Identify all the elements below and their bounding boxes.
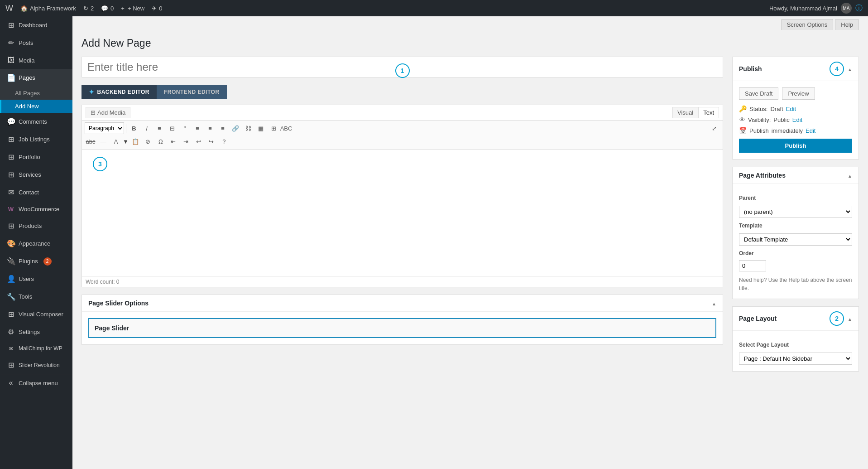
align-center-button[interactable]: ≡ — [204, 122, 216, 134]
user-greeting[interactable]: Howdy, Muhammad Ajmal — [769, 5, 837, 12]
page-layout-header[interactable]: Page Layout 2 — [733, 307, 858, 331]
sidebar-label-collapse: Collapse menu — [19, 380, 58, 387]
comments-sidebar-icon: 💬 — [7, 117, 15, 126]
page-slider-meta-box: Page Slider Options Page Slider — [82, 295, 723, 345]
plugins-badge: 2 — [43, 257, 52, 266]
align-right-button[interactable]: ≡ — [217, 122, 229, 134]
wp-logo[interactable]: W — [5, 4, 13, 13]
status-edit-link[interactable]: Edit — [786, 106, 796, 112]
sidebar-item-job-listings[interactable]: ⊞ Job Listings — [0, 131, 72, 148]
indent-button[interactable]: ⇥ — [180, 135, 192, 147]
order-input[interactable] — [739, 260, 766, 271]
text-color-button[interactable]: A — [110, 135, 122, 147]
sidebar-item-appearance[interactable]: 🎨 Appearance — [0, 235, 72, 252]
badge-3: 3 — [93, 157, 107, 171]
align-left-button[interactable]: ≡ — [192, 122, 203, 134]
ordered-list-button[interactable]: ⊟ — [166, 122, 178, 134]
add-media-button[interactable]: ⊞ Add Media — [86, 107, 130, 118]
sidebar-subitem-all-pages[interactable]: All Pages — [0, 87, 72, 100]
paste-button[interactable]: 📋 — [129, 135, 141, 147]
screen-options-button[interactable]: Screen Options — [781, 19, 834, 30]
page-slider-body: Page Slider — [82, 312, 723, 344]
redo-button[interactable]: ↪ — [206, 135, 217, 147]
main-content: Screen Options Help Add New Page 1 — [72, 16, 868, 469]
site-name[interactable]: 🏠 Alpha Framework — [20, 5, 76, 12]
bold-button[interactable]: B — [128, 122, 140, 134]
parent-label: Parent — [739, 195, 852, 201]
help-button[interactable]: Help — [835, 19, 859, 30]
editor-body[interactable]: 3 — [82, 150, 723, 276]
visibility-edit-link[interactable]: Edit — [792, 116, 802, 123]
table-button[interactable]: ▦ — [255, 122, 267, 134]
sidebar-label-users: Users — [19, 276, 34, 282]
clear-formatting-button[interactable]: ⊘ — [142, 135, 154, 147]
updates-link[interactable]: ↻ 2 — [83, 5, 94, 12]
special-chars-button[interactable]: Ω — [155, 135, 167, 147]
publish-time-icon: 📅 — [739, 127, 747, 134]
sidebar-item-dashboard[interactable]: ⊞ Dashboard — [0, 16, 72, 34]
sidebar-item-mailchimp[interactable]: ✉ MailChimp for WP — [0, 341, 72, 356]
outdent-button[interactable]: ⇤ — [168, 135, 179, 147]
parent-select[interactable]: (no parent) — [739, 206, 852, 218]
comments-link[interactable]: 💬 0 — [101, 5, 114, 12]
link-button[interactable]: 🔗 — [230, 122, 241, 134]
new-content-button[interactable]: + + New — [121, 5, 144, 12]
horizontal-rule-button[interactable]: — — [97, 135, 109, 147]
help-editor-button[interactable]: ? — [218, 135, 230, 147]
page-attributes-header[interactable]: Page Attributes — [733, 167, 858, 184]
jetpack-link[interactable]: ✈ 0 — [152, 5, 162, 12]
publish-header-right: 4 — [830, 62, 852, 76]
products-icon: ⊞ — [7, 222, 15, 230]
sidebar-item-portfolio[interactable]: ⊞ Portfolio — [0, 148, 72, 166]
job-listings-icon: ⊞ — [7, 135, 15, 144]
undo-button[interactable]: ↩ — [193, 135, 205, 147]
visual-tab[interactable]: Visual — [672, 107, 698, 118]
sidebar-label-visual-composer: Visual Composer — [19, 311, 63, 318]
right-sidebar: Publish 4 Save Draft Preview — [732, 57, 859, 379]
publish-button[interactable]: Publish — [739, 139, 852, 153]
pages-submenu: All Pages Add New — [0, 87, 72, 113]
sidebar-item-media[interactable]: 🖼 Media — [0, 52, 72, 69]
sidebar-item-products[interactable]: ⊞ Products — [0, 217, 72, 235]
badge-2: 2 — [830, 311, 844, 326]
help-text: Need help? Use the Help tab above the sc… — [739, 276, 852, 292]
wp-editor: ⊞ Add Media Visual Text — [82, 105, 723, 287]
preview-button[interactable]: Preview — [782, 87, 815, 100]
sidebar-item-plugins[interactable]: 🔌 Plugins 2 — [0, 252, 72, 270]
unordered-list-button[interactable]: ≡ — [153, 122, 165, 134]
sidebar-item-pages[interactable]: 📄 Pages — [0, 69, 72, 87]
save-draft-button[interactable]: Save Draft — [739, 87, 778, 100]
page-slider-header[interactable]: Page Slider Options — [82, 295, 723, 312]
italic-button[interactable]: I — [141, 122, 153, 134]
strikethrough-button[interactable]: abc — [85, 135, 96, 147]
sidebar-item-settings[interactable]: ⚙ Settings — [0, 323, 72, 341]
publish-time-edit-link[interactable]: Edit — [806, 127, 815, 134]
backend-editor-tab[interactable]: ✦ Backend Editor — [82, 85, 157, 99]
sidebar-item-slider-revolution[interactable]: ⊞ Slider Revolution — [0, 356, 72, 374]
sidebar-label-contact: Contact — [19, 189, 39, 196]
unlink-button[interactable]: ⛓ — [242, 122, 254, 134]
wp-logo-icon: W — [5, 4, 13, 13]
paragraph-select[interactable]: Paragraph — [85, 122, 124, 134]
blockquote-button[interactable]: " — [179, 122, 191, 134]
text-tab[interactable]: Text — [698, 107, 719, 118]
publish-panel-header[interactable]: Publish 4 — [733, 57, 858, 81]
sidebar-item-posts[interactable]: ✏ Posts — [0, 34, 72, 52]
color-picker-dropdown[interactable]: ▼ — [123, 138, 129, 145]
fullscreen-button[interactable]: ⤢ — [708, 122, 720, 134]
sidebar-item-users[interactable]: 👤 Users — [0, 270, 72, 288]
template-select[interactable]: Default Template — [739, 233, 852, 246]
layout-select[interactable]: Page : Default No Sidebar — [739, 353, 852, 365]
sidebar-label-services: Services — [19, 171, 41, 178]
sidebar-item-tools[interactable]: 🔧 Tools — [0, 288, 72, 305]
sidebar-item-collapse[interactable]: « Collapse menu — [0, 374, 72, 392]
sidebar-subitem-add-new[interactable]: Add New — [0, 100, 72, 113]
sidebar-item-woocommerce[interactable]: W WooCommerce — [0, 201, 72, 217]
sidebar-item-services[interactable]: ⊞ Services — [0, 166, 72, 184]
spellcheck-button[interactable]: ABC — [280, 122, 292, 134]
more-button[interactable]: ⊞ — [268, 122, 279, 134]
sidebar-item-contact[interactable]: ✉ Contact — [0, 184, 72, 201]
sidebar-item-visual-composer[interactable]: ⊞ Visual Composer — [0, 305, 72, 323]
frontend-editor-tab[interactable]: Frontend Editor — [157, 85, 227, 99]
sidebar-item-comments[interactable]: 💬 Comments — [0, 113, 72, 131]
